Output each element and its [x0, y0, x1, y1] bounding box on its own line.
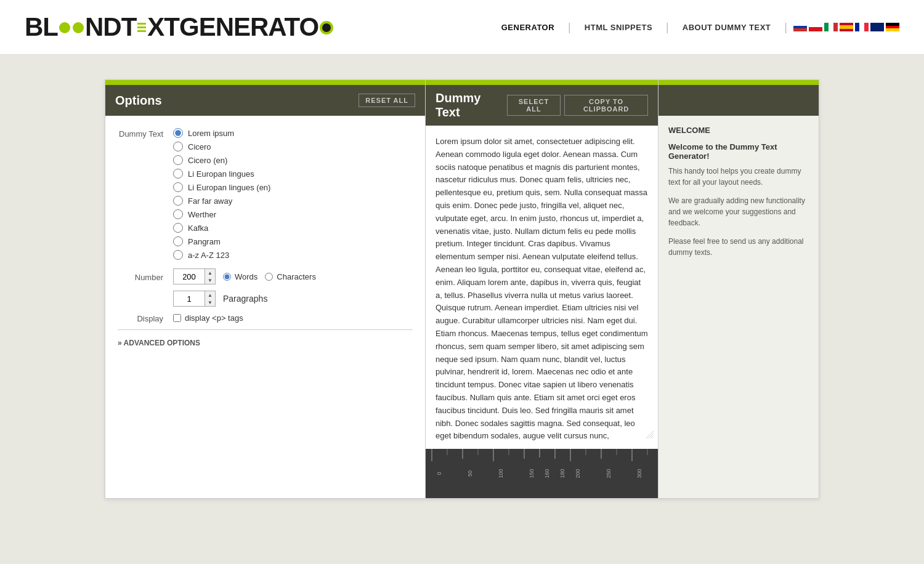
logo-line-2 [137, 26, 146, 28]
green-accent-bar-options [105, 80, 425, 85]
number-input-wrap: ▲ ▼ [173, 268, 216, 284]
radio-werther-input[interactable] [173, 209, 183, 219]
svg-text:160: 160 [544, 469, 550, 478]
paragraphs-option-row: ▲ ▼ Paragraphs [118, 291, 413, 307]
nav-sep-3: | [782, 21, 790, 34]
paragraphs-spinners: ▲ ▼ [205, 291, 215, 306]
logo-line-3 [137, 30, 146, 32]
radio-lorem-input[interactable] [173, 128, 183, 138]
welcome-subtitle: Welcome to the Dummy Text Generator! [668, 142, 809, 161]
display-ptags-option[interactable]: display <p> tags [173, 313, 243, 323]
welcome-body: WELCOME Welcome to the Dummy Text Genera… [659, 116, 819, 275]
flag-british[interactable] [870, 23, 884, 31]
logo-gear-icon [320, 21, 333, 34]
site-header: BL NDT XTGENERATO GENERATOR | HTML SNIPP… [0, 0, 924, 55]
options-title: Options [115, 94, 162, 108]
paragraphs-controls: ▲ ▼ Paragraphs [173, 291, 267, 307]
ruler: 0 50 100 150 160 180 200 250 300 350 [426, 449, 658, 498]
reset-all-button[interactable]: RESET ALL [359, 94, 415, 107]
number-spinners: ▲ ▼ [205, 269, 215, 284]
radio-cicero-input[interactable] [173, 142, 183, 151]
resize-handle-icon[interactable] [645, 430, 655, 440]
options-section: Options RESET ALL Dummy Text Lorem ipsum [105, 80, 426, 498]
flag-czech[interactable] [809, 23, 822, 31]
green-accent-bar-dummy [426, 80, 658, 85]
flag-italian[interactable] [824, 23, 838, 31]
radio-pangram-label: Pangram [188, 237, 221, 246]
nav-generator[interactable]: GENERATOR [490, 23, 565, 32]
radio-cicero-en-label: Cicero (en) [188, 156, 227, 165]
paragraphs-spin-down[interactable]: ▼ [205, 299, 215, 306]
svg-text:150: 150 [529, 469, 535, 478]
number-controls: ▲ ▼ Words Characters [173, 268, 316, 284]
radio-lorem-label: Lorem ipsum [188, 129, 234, 138]
paragraphs-spin-up[interactable]: ▲ [205, 291, 215, 299]
number-spin-up[interactable]: ▲ [205, 269, 215, 276]
logo-bl: BL [25, 12, 58, 42]
radio-li-europan-input[interactable] [173, 169, 183, 179]
flag-german[interactable] [886, 23, 899, 31]
number-spin-down[interactable]: ▼ [205, 276, 215, 284]
number-input[interactable] [174, 270, 205, 284]
radio-far-input[interactable] [173, 196, 183, 206]
welcome-section: WELCOME Welcome to the Dummy Text Genera… [659, 80, 819, 498]
number-label: Number [118, 272, 173, 282]
options-header: Options RESET ALL [105, 85, 425, 116]
dummy-text-area: Lorem ipsum dolor sit amet, consectetuer… [426, 126, 658, 443]
radio-cicero-label: Cicero [188, 142, 211, 151]
words-label: Words [235, 272, 257, 281]
dummy-text-option-row: Dummy Text Lorem ipsum Cicero Cicero [118, 128, 413, 260]
radio-far[interactable]: Far far away [173, 196, 270, 206]
logo-line-1 [137, 23, 146, 25]
radio-werther[interactable]: Werther [173, 209, 270, 219]
svg-line-1 [649, 433, 654, 438]
radio-li-europan[interactable]: Li Europan lingues [173, 169, 270, 179]
logo-dot-1 [59, 22, 70, 33]
radio-az123-input[interactable] [173, 250, 183, 260]
display-ptags-checkbox[interactable] [173, 314, 181, 322]
radio-az123-label: a-z A-Z 123 [188, 251, 229, 260]
characters-label: Characters [277, 272, 316, 281]
flag-spanish[interactable] [840, 23, 853, 31]
nav-html-snippets[interactable]: HTML SNIPPETS [573, 23, 663, 32]
words-option[interactable]: Words [223, 272, 257, 281]
logo-lines-icon [137, 23, 146, 32]
content-wrapper: Options RESET ALL Dummy Text Lorem ipsum [92, 55, 832, 523]
display-ptags-label: display <p> tags [185, 313, 243, 323]
radio-cicero[interactable]: Cicero [173, 142, 270, 151]
svg-line-2 [651, 436, 654, 438]
dummy-text-content: Lorem ipsum dolor sit amet, consectetuer… [436, 135, 648, 443]
radio-kafka-input[interactable] [173, 223, 183, 233]
radio-li-europan-en[interactable]: Li Europan lingues (en) [173, 182, 270, 192]
radio-pangram-input[interactable] [173, 236, 183, 246]
radio-kafka[interactable]: Kafka [173, 223, 270, 233]
copy-to-clipboard-button[interactable]: COPY TO CLIPBOARD [564, 95, 648, 116]
logo-xt: XTGENERATO [147, 12, 318, 42]
flag-french[interactable] [855, 23, 869, 31]
radio-az123[interactable]: a-z A-Z 123 [173, 250, 270, 260]
nav-about[interactable]: ABOUT DUMMY TEXT [671, 23, 782, 32]
dummy-text-label: Dummy Text [118, 128, 173, 139]
svg-text:300: 300 [636, 469, 642, 478]
radio-li-europan-label: Li Europan lingues [188, 169, 254, 179]
select-all-button[interactable]: SELECT ALL [507, 95, 561, 116]
characters-radio[interactable] [265, 273, 273, 281]
radio-cicero-en[interactable]: Cicero (en) [173, 155, 270, 165]
welcome-text-1: This handy tool helps you create dummy t… [668, 166, 809, 188]
radio-lorem[interactable]: Lorem ipsum [173, 128, 270, 138]
radio-li-europan-en-input[interactable] [173, 182, 183, 192]
words-radio[interactable] [223, 273, 231, 281]
characters-option[interactable]: Characters [265, 272, 316, 281]
radio-cicero-en-input[interactable] [173, 155, 183, 165]
welcome-header [659, 85, 819, 116]
paragraphs-input[interactable] [174, 292, 205, 306]
radio-pangram[interactable]: Pangram [173, 236, 270, 246]
advanced-options-link[interactable]: » ADVANCED OPTIONS [118, 339, 200, 347]
radio-werther-label: Werther [188, 210, 216, 219]
main-panel: Options RESET ALL Dummy Text Lorem ipsum [105, 79, 819, 499]
site-logo: BL NDT XTGENERATO [25, 12, 334, 42]
radio-kafka-label: Kafka [188, 224, 208, 233]
flag-russian[interactable] [793, 23, 807, 31]
display-label: Display [118, 313, 173, 323]
svg-text:0: 0 [436, 472, 442, 475]
